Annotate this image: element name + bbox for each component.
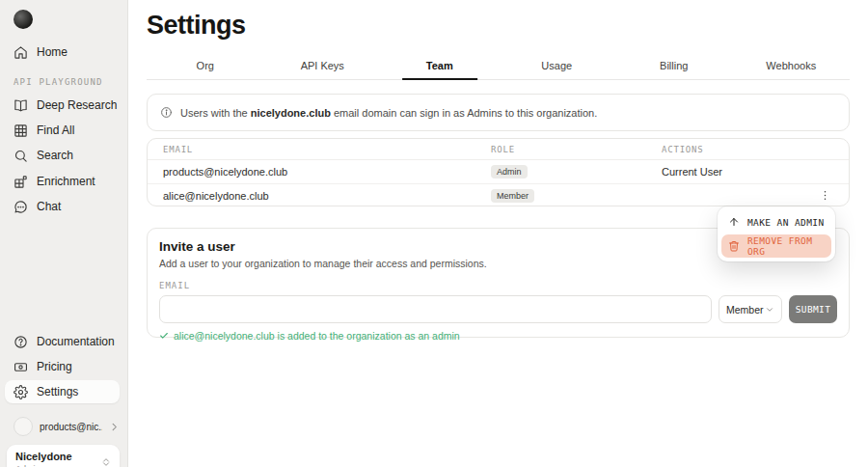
role-badge: Member	[491, 189, 534, 203]
sidebar-item-label: Pricing	[37, 360, 72, 373]
sidebar-item-label: Home	[37, 45, 68, 59]
submit-button[interactable]: SUBMIT	[789, 295, 837, 323]
invite-success-message: alice@nicelydone.club is added to the or…	[159, 330, 837, 342]
org-switcher-card[interactable]: Nicelydone Admin	[7, 445, 120, 467]
help-circle-icon	[14, 335, 28, 349]
role-badge: Admin	[491, 165, 528, 179]
invite-email-input[interactable]	[159, 295, 712, 323]
sidebar-item-home[interactable]: Home	[5, 41, 120, 64]
sidebar-item-label: Deep Research	[37, 98, 117, 112]
search-icon	[14, 149, 28, 163]
trash-icon	[728, 240, 740, 252]
col-header-actions: ACTIONS	[662, 145, 833, 154]
app-logo	[14, 10, 33, 29]
arrow-up-icon	[728, 216, 740, 228]
sidebar-item-settings[interactable]: Settings	[5, 380, 120, 403]
admin-domain-banner: Users with the nicelydone.club email dom…	[147, 94, 850, 131]
chat-bubble-icon	[14, 200, 28, 214]
members-table: EMAIL ROLE ACTIONS products@nicelydone.c…	[147, 138, 850, 206]
menu-item-make-admin[interactable]: MAKE AN ADMIN	[721, 210, 831, 234]
sidebar-item-label: Chat	[37, 200, 61, 213]
member-email: alice@nicelydone.club	[163, 190, 491, 202]
invite-form-row: Member SUBMIT	[159, 295, 837, 323]
sidebar-item-enrichment[interactable]: Enrichment	[5, 170, 120, 193]
banner-domain: nicelydone.club	[251, 107, 331, 119]
sidebar-section-label: API PLAYGROUND	[14, 77, 103, 87]
tab-api-keys[interactable]: API Keys	[264, 54, 382, 79]
avatar	[14, 417, 33, 436]
col-header-role: ROLE	[491, 145, 662, 154]
info-icon	[160, 106, 173, 119]
sidebar-item-label: Documentation	[37, 335, 115, 348]
sidebar-item-deep-research[interactable]: Deep Research	[5, 94, 120, 117]
menu-item-remove-from-org[interactable]: REMOVE FROM ORG	[721, 234, 831, 258]
page-title: Settings	[147, 11, 246, 41]
banknote-icon	[14, 360, 28, 374]
sidebar: Home API PLAYGROUND Deep Research Find A…	[0, 0, 128, 467]
sidebar-item-label: Search	[37, 149, 73, 162]
success-text: alice@nicelydone.club is added to the or…	[174, 330, 460, 342]
sidebar-item-documentation[interactable]: Documentation	[5, 330, 120, 353]
banner-text: Users with the nicelydone.club email dom…	[180, 107, 597, 119]
tab-billing[interactable]: Billing	[615, 54, 733, 79]
sidebar-item-label: Find All	[37, 124, 74, 137]
sidebar-item-chat[interactable]: Chat	[5, 195, 120, 218]
account-email: products@nic...	[40, 422, 102, 432]
chevron-down-icon	[765, 305, 774, 315]
gear-icon	[14, 385, 28, 399]
table-row: alice@nicelydone.club Member	[148, 183, 849, 206]
sidebar-item-search[interactable]: Search	[5, 144, 120, 167]
home-icon	[14, 45, 28, 60]
member-action: Current User	[662, 166, 833, 178]
settings-tabs: Org API Keys Team Usage Billing Webhooks	[147, 54, 850, 80]
table-header-row: EMAIL ROLE ACTIONS	[148, 139, 849, 160]
enrichment-grid-icon	[14, 175, 28, 189]
open-book-icon	[14, 98, 28, 113]
sidebar-item-pricing[interactable]: Pricing	[5, 355, 120, 378]
sidebar-item-find-all[interactable]: Find All	[5, 119, 120, 142]
menu-item-label: REMOVE FROM ORG	[747, 235, 825, 257]
tab-usage[interactable]: Usage	[499, 54, 616, 79]
table-grid-icon	[14, 124, 28, 138]
role-select[interactable]: Member	[719, 295, 782, 323]
member-action	[662, 187, 833, 204]
role-select-value: Member	[726, 304, 764, 316]
sidebar-item-label: Settings	[37, 385, 78, 398]
col-header-email: EMAIL	[163, 145, 491, 154]
menu-item-label: MAKE AN ADMIN	[747, 217, 825, 228]
tab-team[interactable]: Team	[381, 54, 499, 79]
row-actions-menu: MAKE AN ADMIN REMOVE FROM ORG	[718, 206, 835, 261]
tab-org[interactable]: Org	[147, 54, 264, 79]
check-icon	[159, 331, 169, 341]
tab-webhooks[interactable]: Webhooks	[733, 54, 851, 79]
account-row[interactable]: products@nic...	[5, 415, 120, 438]
chevron-up-down-icon	[101, 453, 111, 467]
table-row: products@nicelydone.club Admin Current U…	[148, 160, 849, 183]
org-name: Nicelydone	[15, 451, 111, 462]
chevron-right-icon	[109, 422, 120, 432]
email-field-label: EMAIL	[159, 281, 837, 290]
member-email: products@nicelydone.club	[163, 166, 491, 178]
kebab-menu-icon[interactable]	[817, 187, 833, 204]
sidebar-item-label: Enrichment	[37, 175, 95, 188]
